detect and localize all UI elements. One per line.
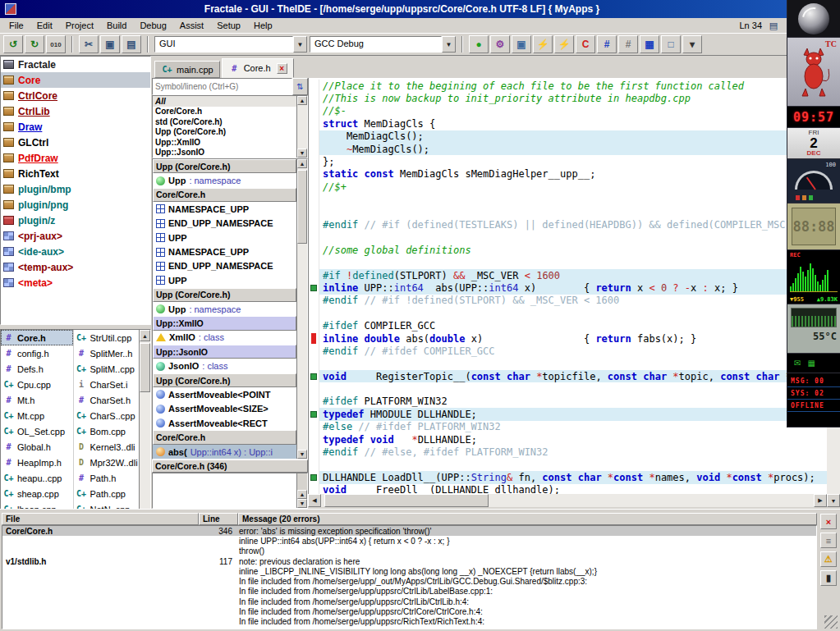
- tab-main-cpp[interactable]: C+main.cpp: [154, 61, 220, 78]
- scroll-down-icon[interactable]: ▼: [297, 149, 307, 158]
- symbol-item-assertmoveable-size[interactable]: AssertMoveable<SIZE>: [153, 402, 296, 416]
- scroll-right-icon[interactable]: ▶: [814, 494, 827, 507]
- assembly-button[interactable]: #: [618, 35, 638, 53]
- menu-item-project[interactable]: Project: [59, 19, 100, 32]
- layers-button[interactable]: ▣: [512, 35, 531, 53]
- main-package-value[interactable]: GUI: [154, 36, 293, 53]
- scope-item-upp-jsonio[interactable]: Upp::JsonIO: [153, 148, 296, 158]
- editor-horizontal-scrollbar[interactable]: ◀ ▶: [308, 494, 827, 507]
- menu-item-file[interactable]: File: [2, 19, 30, 32]
- build-button[interactable]: ⚡: [533, 35, 553, 53]
- file-item-bom-cpp[interactable]: C+Bom.cpp: [74, 423, 140, 439]
- package-item-fractale[interactable]: Fractale: [1, 57, 150, 72]
- symbol-item-end-upp-namespace[interactable]: END_UPP_NAMESPACE: [153, 217, 296, 231]
- column-header-message[interactable]: Message (20 errors): [238, 513, 817, 525]
- cut-button[interactable]: ✂: [79, 35, 99, 53]
- error-row-8[interactable]: In file included from /home/serge/upp/up…: [2, 597, 816, 606]
- file-item-chars-cpp[interactable]: C+CharS..cpp: [74, 408, 140, 423]
- file-item-core-h[interactable]: #Core.h: [1, 330, 73, 345]
- error-list-button[interactable]: ≡: [820, 533, 837, 548]
- sort-icon[interactable]: ⇅: [292, 78, 308, 95]
- symbol-item-jsonio[interactable]: JsonIO : class: [153, 359, 296, 373]
- scope-item-core-core-h[interactable]: Core/Core.h: [153, 107, 296, 117]
- menu-item-help[interactable]: Help: [247, 19, 279, 32]
- scroll-thumb[interactable]: [297, 170, 307, 244]
- error-row-2[interactable]: inline UPP::int64 abs(UPP::int64 x) { re…: [2, 536, 816, 546]
- package-item-plugin-png[interactable]: plugin/png: [1, 197, 150, 213]
- close-errors-button[interactable]: ×: [820, 514, 837, 529]
- resize-grip[interactable]: [824, 615, 838, 629]
- file-item-ol-set-cpp[interactable]: C+OL_Set.cpp: [1, 423, 73, 439]
- scroll-up-icon[interactable]: ▲: [140, 330, 150, 341]
- menu-item-edit[interactable]: Edit: [30, 19, 59, 32]
- compile-file-button[interactable]: C: [576, 35, 595, 53]
- scroll-up-icon[interactable]: ▲: [297, 490, 307, 499]
- error-row-5[interactable]: inline _LIBCPP_INLINE_VISIBILITY long lo…: [2, 566, 816, 576]
- copy-button[interactable]: ▣: [100, 35, 120, 53]
- file-item-defs-h[interactable]: #Defs.h: [1, 361, 73, 377]
- scroll-track[interactable]: [321, 494, 814, 507]
- package-item-meta[interactable]: <meta>: [1, 275, 150, 290]
- package-item-richtext[interactable]: RichText: [1, 166, 150, 181]
- file-item-mpr32w-dli[interactable]: DMpr32W..dli: [74, 455, 140, 470]
- file-item-path-cpp[interactable]: C+Path.cpp: [74, 486, 140, 501]
- console-button[interactable]: ▮: [820, 570, 837, 586]
- more-button[interactable]: ▾: [682, 35, 702, 53]
- main-package-combo[interactable]: GUI ▼: [154, 36, 307, 53]
- error-row-7[interactable]: In file included from /home/serge/upp/up…: [2, 587, 816, 597]
- symbol-item-upp[interactable]: Upp : namespace: [153, 302, 296, 316]
- scroll-thumb[interactable]: [324, 494, 489, 507]
- scroll-up-icon[interactable]: ▲: [297, 96, 307, 105]
- preprocess-button[interactable]: #: [597, 35, 617, 53]
- error-row-9[interactable]: In file included from /home/serge/upp/up…: [2, 606, 816, 616]
- package-item-draw[interactable]: Draw: [1, 119, 150, 135]
- symbol-item-assertmoveable-point[interactable]: AssertMoveable<POINT: [153, 387, 296, 401]
- scroll-thumb[interactable]: [140, 343, 150, 392]
- symbol-item-abs[interactable]: abs( Upp::int64 x) : Upp::i: [153, 445, 296, 459]
- column-header-line[interactable]: Line: [199, 513, 238, 525]
- symbol-item-upp[interactable]: Upp : namespace: [153, 173, 296, 187]
- scope-scrollbar[interactable]: ▲ ▼: [296, 96, 307, 158]
- symbol-item-namespace-upp[interactable]: NAMESPACE_UPP: [153, 245, 296, 258]
- error-row-6[interactable]: In file included from /home/serge/upp/_o…: [2, 576, 816, 586]
- extra-scrollbar[interactable]: ▲ ▼: [296, 473, 307, 508]
- package-item-ctrlcore[interactable]: CtrlCore: [1, 88, 150, 103]
- file-item-global-h[interactable]: #Global.h: [1, 439, 73, 455]
- file-item-kernel3-dli[interactable]: DKernel3..dli: [74, 439, 140, 455]
- symbol-item-xmlio[interactable]: XmlIO : class: [153, 331, 296, 345]
- file-item-sheap-cpp[interactable]: C+sheap.cpp: [1, 486, 73, 501]
- symbol-scrollbar[interactable]: ▲ ▼: [296, 159, 307, 459]
- tab-close-icon[interactable]: ×: [277, 63, 287, 74]
- package-item-plugin-z[interactable]: plugin/z: [1, 213, 150, 228]
- package-item-pdfdraw[interactable]: PdfDraw: [1, 150, 150, 166]
- scroll-track[interactable]: [297, 105, 307, 149]
- run-button[interactable]: ●: [469, 35, 489, 53]
- navigate-back-button[interactable]: ↺: [3, 35, 23, 53]
- symbol-item-assertmoveable-rect[interactable]: AssertMoveable<RECT: [153, 416, 296, 430]
- file-item-splitm-cpp[interactable]: C+SplitM..cpp: [74, 361, 140, 377]
- designer-grid-button[interactable]: ▦: [640, 35, 659, 53]
- scroll-down-icon[interactable]: ▼: [297, 499, 307, 508]
- error-row-1[interactable]: Core/Core.h346error: 'abs' is missing ex…: [2, 526, 816, 536]
- column-header-file[interactable]: File: [2, 513, 199, 525]
- symbol-search-input[interactable]: [152, 78, 292, 95]
- menu-item-debug[interactable]: Debug: [133, 19, 172, 32]
- package-item-temp-aux[interactable]: <temp-aux>: [1, 259, 150, 275]
- tab-core-h[interactable]: #Core.h×: [222, 58, 294, 78]
- binary-view-button[interactable]: 010: [46, 35, 66, 53]
- file-item-cpu-cpp[interactable]: C+Cpu.cpp: [1, 377, 73, 392]
- error-row-4[interactable]: v1/stdlib.h117note: previous declaration…: [2, 556, 816, 566]
- new-window-button[interactable]: □: [661, 35, 681, 53]
- chevron-down-icon[interactable]: ▼: [442, 36, 456, 53]
- chevron-down-icon[interactable]: ▼: [293, 36, 307, 53]
- scope-item-all[interactable]: All: [153, 96, 296, 107]
- file-item-config-h[interactable]: #config.h: [1, 345, 73, 361]
- error-row-10[interactable]: In file included from /home/serge/upp/up…: [2, 617, 816, 627]
- paste-button[interactable]: ▤: [122, 35, 141, 53]
- scroll-track[interactable]: [297, 168, 307, 450]
- symbol-item-upp[interactable]: UPP: [153, 273, 296, 287]
- scope-item-std-core-core-h[interactable]: std (Core/Core.h): [153, 117, 296, 127]
- symbol-item-upp[interactable]: UPP: [153, 231, 296, 245]
- package-item-core[interactable]: Core: [1, 72, 150, 88]
- navigate-forward-button[interactable]: ↻: [25, 35, 44, 53]
